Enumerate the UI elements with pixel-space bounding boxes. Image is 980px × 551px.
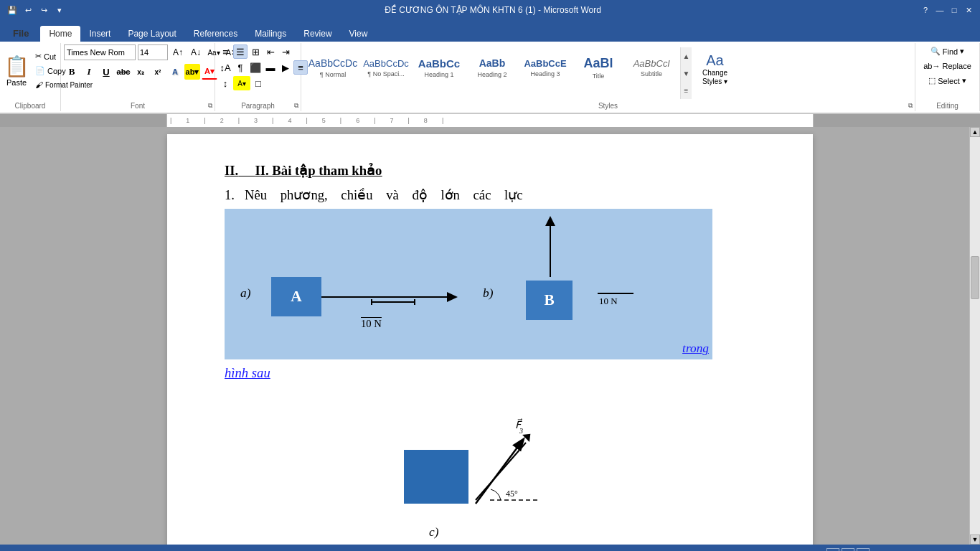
ruler: |1|2|3|4|5|6|7|8|	[0, 114, 980, 127]
ribbon: File Home Insert Page Layout References …	[0, 20, 980, 114]
align-right-btn[interactable]: ▶	[278, 60, 293, 75]
style-heading1[interactable]: AaBbCc Heading 1	[413, 43, 465, 93]
decrease-indent-btn[interactable]: ⇤	[263, 44, 278, 59]
force-arrow-a	[321, 286, 465, 308]
strikethrough-button[interactable]: abc	[116, 64, 131, 80]
align-center-btn[interactable]: ▬	[263, 60, 278, 75]
subscript-button[interactable]: x₂	[133, 64, 149, 80]
font-size-input[interactable]	[138, 44, 168, 60]
paste-button[interactable]: 📋 Paste	[3, 44, 30, 96]
full-screen-icon[interactable]: ⬛	[842, 548, 854, 551]
customize-icon[interactable]: ▾	[53, 4, 66, 17]
trong-text[interactable]: trong	[682, 342, 709, 356]
align-left-btn[interactable]: ⬛	[248, 60, 263, 75]
tab-view[interactable]: View	[341, 26, 377, 42]
font-dialog-launcher[interactable]: ⧉	[208, 102, 212, 110]
italic-button[interactable]: I	[81, 64, 97, 80]
multi-list-btn[interactable]: ⊞	[248, 44, 263, 59]
close-btn[interactable]: ✕	[963, 5, 974, 15]
bullet-list-btn[interactable]: ≡	[218, 44, 232, 59]
change-styles-label: ChangeStyles ▾	[702, 69, 727, 86]
svg-marker-10	[522, 430, 534, 442]
scroll-down-btn[interactable]: ▼	[970, 534, 980, 545]
undo-icon[interactable]: ↩	[22, 4, 34, 17]
style-heading2[interactable]: AaBb Heading 2	[466, 43, 518, 93]
find-button[interactable]: 🔍 Find ▾	[927, 44, 968, 58]
help-btn[interactable]: ?	[920, 5, 931, 15]
bold-button[interactable]: B	[64, 64, 80, 80]
maximize-btn[interactable]: □	[948, 5, 960, 15]
view-icons: ▤ ⬛ ☰	[826, 548, 870, 551]
print-layout-icon[interactable]: ▤	[826, 548, 839, 551]
superscript-button[interactable]: x²	[150, 64, 166, 80]
text-effects-btn[interactable]: A	[167, 64, 183, 80]
styles-scroll-up[interactable]: ▲	[683, 52, 690, 60]
section-title: II. Bài tập tham khảo	[255, 163, 382, 178]
tab-insert[interactable]: Insert	[80, 26, 119, 42]
svg-text:45°: 45°	[506, 489, 518, 499]
page-content[interactable]: II. II. Bài tập tham khảo 1. Nêu phương,…	[167, 134, 813, 545]
style-normal[interactable]: AaBbCcDc ¶ Normal	[307, 43, 359, 93]
tab-file[interactable]: File	[3, 25, 39, 42]
shading-btn[interactable]: A▾	[233, 76, 250, 90]
decrease-font-btn[interactable]: A↓	[188, 44, 204, 60]
increase-font-btn[interactable]: A↑	[170, 44, 186, 60]
change-styles-button[interactable]: Aа ChangeStyles ▾	[692, 47, 738, 99]
ruler-main[interactable]: |1|2|3|4|5|6|7|8|	[166, 114, 814, 127]
tab-page-layout[interactable]: Page Layout	[119, 26, 184, 42]
numbered-list-btn[interactable]: ☰	[233, 44, 248, 59]
styles-scroll-down[interactable]: ▼	[683, 70, 690, 77]
search-icon: 🔍	[930, 47, 941, 56]
save-icon[interactable]: 💾	[6, 4, 19, 17]
tab-mailings[interactable]: Mailings	[246, 26, 295, 42]
scroll-track[interactable]	[970, 137, 980, 534]
line-spacing-btn[interactable]: ↕	[218, 76, 232, 90]
physics-diagram-ab: a) A 10 N b) B	[225, 209, 712, 359]
style-no-spacing[interactable]: AaBbCcDc ¶ No Spaci...	[360, 43, 412, 93]
hinh-sau-link[interactable]: hình sau	[225, 365, 270, 380]
styles-more[interactable]: ≡	[684, 87, 689, 95]
scroll-thumb[interactable]	[971, 256, 979, 299]
increase-indent-btn[interactable]: ⇥	[278, 44, 293, 59]
style-normal-label: ¶ Normal	[320, 71, 346, 78]
font-format-row: B I U abc x₂ x² A ab▾ A▾	[64, 64, 217, 80]
replace-icon: ab→	[923, 62, 940, 70]
scroll-up-btn[interactable]: ▲	[970, 127, 980, 137]
font-name-input[interactable]	[64, 44, 136, 60]
style-title[interactable]: AaBl Title	[573, 43, 624, 93]
tab-references[interactable]: References	[185, 26, 246, 42]
style-h3-label: Heading 3	[530, 70, 560, 77]
border-btn[interactable]: □	[251, 76, 265, 90]
toolbar: 📋 Paste ✂ Cut 📄 Copy 🖌 Format	[0, 42, 980, 113]
highlight-color-btn[interactable]: ab▾	[184, 64, 200, 80]
quick-access: 💾 ↩ ↪ ▾	[6, 4, 66, 17]
redo-icon[interactable]: ↪	[37, 4, 50, 17]
styles-dialog-launcher[interactable]: ⧉	[908, 102, 913, 110]
underline-button[interactable]: U	[98, 64, 114, 80]
minimize-btn[interactable]: —	[934, 5, 946, 15]
show-para-btn[interactable]: ¶	[233, 60, 248, 75]
diagram-label-c: c)	[429, 525, 438, 540]
font-group: A↑ A↓ Aa▾ A✕ B I U abc x₂ x² A ab▾ A▾ Fo	[61, 43, 215, 111]
paste-label: Paste	[6, 78, 27, 87]
question-text: Nêu phương, chiều và độ lớn các lực	[245, 187, 755, 203]
select-button[interactable]: ⬚ Select ▾	[925, 74, 970, 88]
replace-button[interactable]: ab→ Replace	[920, 60, 975, 72]
style-heading3[interactable]: AaBbCcE Heading 3	[519, 43, 571, 93]
vertical-scrollbar[interactable]: ▲ ▼	[969, 127, 980, 545]
question-1: 1. Nêu phương, chiều và độ lớn các lực	[225, 187, 755, 203]
svg-marker-1	[447, 292, 458, 302]
style-nospace-label: ¶ No Spaci...	[367, 70, 404, 77]
section-number: II.	[225, 163, 238, 178]
web-layout-icon[interactable]: ☰	[857, 548, 870, 551]
tab-home[interactable]: Home	[40, 26, 80, 42]
question-number: 1.	[225, 187, 239, 203]
diagram-c-container: F⃗ 3 45° c)	[225, 392, 755, 545]
style-subtitle[interactable]: AaBbCcl Subtitle	[626, 43, 677, 93]
sort-btn[interactable]: ↕A	[218, 60, 232, 75]
document-area[interactable]: II. II. Bài tập tham khảo 1. Nêu phương,…	[0, 127, 980, 545]
tab-review[interactable]: Review	[295, 26, 340, 42]
clipboard-group: 📋 Paste ✂ Cut 📄 Copy 🖌 Format	[0, 43, 61, 111]
paragraph-dialog-launcher[interactable]: ⧉	[294, 102, 298, 110]
styles-scroll-panel[interactable]: ▲ ▼ ≡	[680, 47, 692, 99]
